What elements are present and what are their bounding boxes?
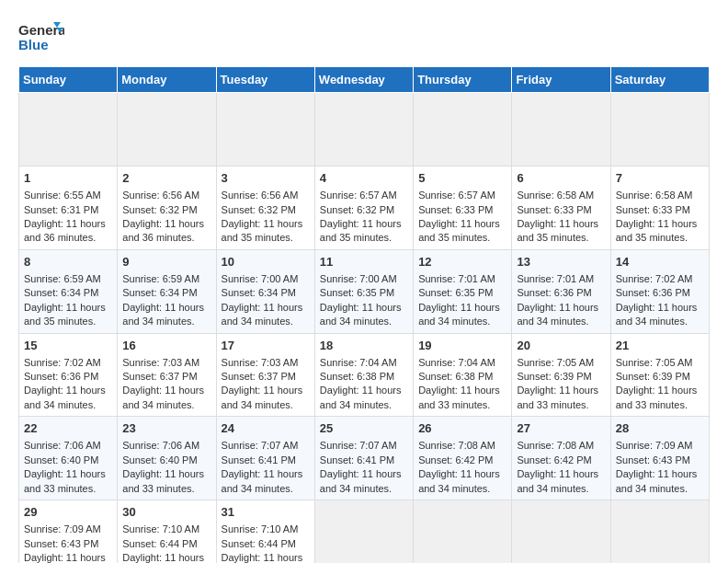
calendar-cell: 10Sunrise: 7:00 AMSunset: 6:34 PMDayligh… [216,249,314,333]
calendar-cell: 19Sunrise: 7:04 AMSunset: 6:38 PMDayligh… [414,333,512,417]
day-header: Monday [118,67,216,93]
sunrise-line: Sunrise: 7:07 AM [320,440,397,451]
calendar-cell [414,500,512,564]
sunrise-line: Sunrise: 7:05 AM [616,357,693,368]
daylight-line: Daylight: 11 hours and 35 minutes. [616,218,698,243]
calendar-cell: 23Sunrise: 7:06 AMSunset: 6:40 PMDayligh… [118,417,216,500]
day-number: 23 [122,420,210,437]
day-number: 28 [616,420,704,437]
calendar-cell: 27Sunrise: 7:08 AMSunset: 6:42 PMDayligh… [512,417,610,500]
sunset-line: Sunset: 6:33 PM [418,204,493,215]
calendar-table: SundayMondayTuesdayWednesdayThursdayFrid… [18,66,710,563]
sunset-line: Sunset: 6:42 PM [517,454,591,465]
sunrise-line: Sunrise: 6:56 AM [122,190,199,201]
sunset-line: Sunset: 6:39 PM [517,371,591,382]
day-number: 25 [320,420,408,437]
sunset-line: Sunset: 6:33 PM [616,204,690,215]
daylight-line: Daylight: 11 hours and 34 minutes. [222,302,303,327]
sunset-line: Sunset: 6:37 PM [222,371,296,382]
sunrise-line: Sunrise: 7:07 AM [222,440,299,451]
sunset-line: Sunset: 6:40 PM [24,454,98,465]
calendar-cell: 6Sunrise: 6:58 AMSunset: 6:33 PMDaylight… [512,167,610,250]
sunset-line: Sunset: 6:40 PM [122,454,197,465]
daylight-line: Daylight: 11 hours and 33 minutes. [418,385,500,409]
sunset-line: Sunset: 6:35 PM [418,287,493,298]
sunset-line: Sunset: 6:36 PM [517,287,591,298]
sunset-line: Sunset: 6:38 PM [418,371,493,382]
calendar-week: 29Sunrise: 7:09 AMSunset: 6:43 PMDayligh… [19,500,710,564]
day-number: 6 [517,170,605,187]
day-number: 26 [418,420,506,437]
day-number: 9 [122,254,210,270]
calendar-cell: 12Sunrise: 7:01 AMSunset: 6:35 PMDayligh… [414,249,512,333]
sunrise-line: Sunrise: 7:04 AM [320,357,397,368]
calendar-cell: 30Sunrise: 7:10 AMSunset: 6:44 PMDayligh… [118,500,216,564]
sunrise-line: Sunrise: 7:08 AM [517,440,594,451]
daylight-line: Daylight: 11 hours and 34 minutes. [517,302,598,327]
calendar-cell [314,93,413,167]
sunset-line: Sunset: 6:42 PM [418,454,493,465]
sunrise-line: Sunrise: 7:06 AM [24,440,101,451]
page-header: GeneralBlue [18,18,710,57]
logo-svg: GeneralBlue [18,18,64,57]
sunrise-line: Sunrise: 7:09 AM [616,440,693,451]
day-number: 12 [418,254,506,270]
daylight-line: Daylight: 11 hours and 34 minutes. [24,385,106,409]
sunset-line: Sunset: 6:39 PM [616,371,690,382]
sunset-line: Sunset: 6:44 PM [222,538,296,549]
calendar-cell [610,500,709,564]
sunrise-line: Sunrise: 7:09 AM [24,523,101,534]
day-header: Saturday [610,67,709,93]
calendar-cell [216,93,314,167]
sunset-line: Sunset: 6:32 PM [222,204,296,215]
daylight-line: Daylight: 11 hours and 34 minutes. [320,468,402,493]
sunrise-line: Sunrise: 6:56 AM [222,190,299,201]
calendar-cell [314,500,413,564]
daylight-line: Daylight: 11 hours and 36 minutes. [122,218,204,243]
day-number: 1 [24,170,112,187]
sunrise-line: Sunrise: 7:00 AM [320,273,397,284]
daylight-line: Daylight: 11 hours and 35 minutes. [24,302,106,327]
sunrise-line: Sunrise: 6:59 AM [24,273,101,284]
sunset-line: Sunset: 6:34 PM [24,287,98,298]
daylight-line: Daylight: 11 hours and 34 minutes. [24,552,106,563]
day-number: 4 [320,170,408,187]
daylight-line: Daylight: 11 hours and 34 minutes. [320,385,402,409]
day-number: 16 [122,338,210,354]
sunset-line: Sunset: 6:43 PM [24,538,98,549]
sunrise-line: Sunrise: 7:03 AM [222,357,299,368]
sunrise-line: Sunrise: 7:01 AM [517,273,594,284]
daylight-line: Daylight: 11 hours and 34 minutes. [122,552,204,563]
sunrise-line: Sunrise: 7:10 AM [222,523,299,534]
daylight-line: Daylight: 11 hours and 33 minutes. [616,385,698,409]
sunrise-line: Sunrise: 6:57 AM [418,190,495,201]
daylight-line: Daylight: 11 hours and 33 minutes. [122,468,204,493]
day-header: Tuesday [216,67,314,93]
daylight-line: Daylight: 11 hours and 35 minutes. [222,218,303,243]
logo: GeneralBlue [18,18,64,57]
calendar-cell [512,93,610,167]
sunrise-line: Sunrise: 7:01 AM [418,273,495,284]
sunrise-line: Sunrise: 6:59 AM [122,273,199,284]
daylight-line: Daylight: 11 hours and 35 minutes. [418,218,500,243]
sunrise-line: Sunrise: 6:57 AM [320,190,397,201]
day-header: Friday [512,67,610,93]
daylight-line: Daylight: 11 hours and 34 minutes. [320,302,402,327]
day-number: 21 [616,338,704,354]
sunset-line: Sunset: 6:31 PM [24,204,98,215]
day-number: 7 [616,170,704,187]
day-number: 18 [320,338,408,354]
sunrise-line: Sunrise: 6:58 AM [517,190,594,201]
calendar-cell: 20Sunrise: 7:05 AMSunset: 6:39 PMDayligh… [512,333,610,417]
sunset-line: Sunset: 6:41 PM [222,454,296,465]
calendar-cell: 4Sunrise: 6:57 AMSunset: 6:32 PMDaylight… [314,167,413,250]
calendar-cell: 13Sunrise: 7:01 AMSunset: 6:36 PMDayligh… [512,249,610,333]
day-number: 8 [24,254,112,270]
sunset-line: Sunset: 6:43 PM [616,454,690,465]
sunset-line: Sunset: 6:32 PM [122,204,197,215]
day-number: 11 [320,254,408,270]
day-number: 19 [418,338,506,354]
calendar-cell: 28Sunrise: 7:09 AMSunset: 6:43 PMDayligh… [610,417,709,500]
calendar-week: 15Sunrise: 7:02 AMSunset: 6:36 PMDayligh… [19,333,710,417]
calendar-cell: 15Sunrise: 7:02 AMSunset: 6:36 PMDayligh… [19,333,118,417]
